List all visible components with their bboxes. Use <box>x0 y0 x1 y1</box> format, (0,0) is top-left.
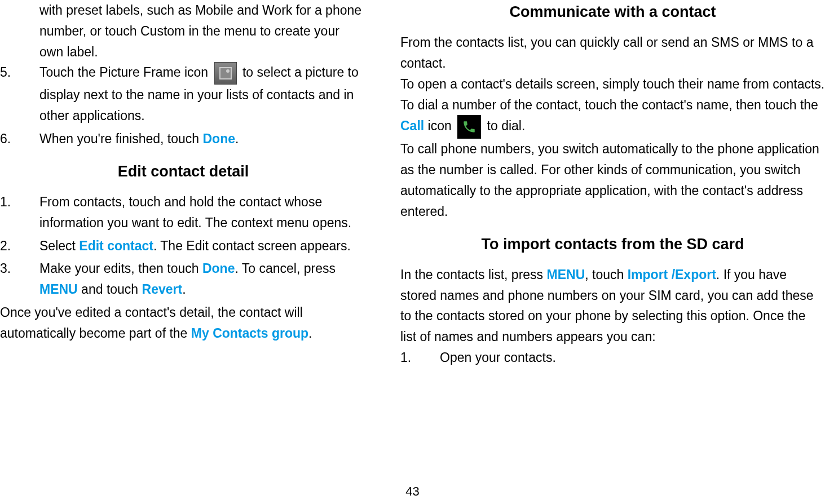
body-text: . <box>235 131 239 146</box>
body-text: and touch <box>78 282 142 297</box>
list-item-continuation: with preset labels, such as Mobile and W… <box>39 0 367 62</box>
list-item-6: 6. When you're finished, touch Done. <box>0 129 367 149</box>
paragraph: To dial a number of the contact, touch t… <box>400 95 825 139</box>
body-text: , touch <box>585 267 627 282</box>
highlight-done: Done <box>203 131 236 146</box>
list-number: 3. <box>0 258 39 300</box>
document-page: with preset labels, such as Mobile and W… <box>0 0 825 370</box>
highlight-edit-contact: Edit contact <box>79 238 153 253</box>
body-text: When you're finished, touch <box>39 131 203 146</box>
list-content: When you're finished, touch Done. <box>39 129 367 149</box>
highlight-menu: MENU <box>547 267 585 282</box>
list-content: From contacts, touch and hold the contac… <box>39 192 367 233</box>
list-item-edit-2: 2. Select Edit contact. The Edit contact… <box>0 236 367 257</box>
body-text: Touch the Picture Frame icon <box>39 65 208 79</box>
paragraph: To call phone numbers, you switch automa… <box>400 139 825 222</box>
list-number: 5. <box>0 62 39 126</box>
right-column: Communicate with a contact From the cont… <box>395 0 825 370</box>
body-text: . The Edit contact screen appears. <box>153 238 351 253</box>
call-icon <box>457 115 481 139</box>
body-text: icon <box>424 118 455 133</box>
highlight-my-contacts: My Contacts group <box>191 326 308 341</box>
body-text: with preset labels, such as Mobile and W… <box>39 3 361 59</box>
body-text: . To cancel, press <box>235 261 336 276</box>
list-content: Open your contacts. <box>440 347 825 368</box>
body-text: To dial a number of the contact, touch t… <box>400 98 818 112</box>
list-item-edit-3: 3. Make your edits, then touch Done. To … <box>0 258 367 300</box>
highlight-import-export: Import /Export <box>628 267 716 282</box>
list-number: 2. <box>0 236 39 257</box>
picture-frame-icon <box>214 62 237 85</box>
page-number: 43 <box>405 481 419 501</box>
body-text: . <box>308 326 312 341</box>
list-item-import-1: 1. Open your contacts. <box>400 347 825 368</box>
highlight-done: Done <box>202 261 235 276</box>
highlight-revert: Revert <box>142 282 183 297</box>
body-text: . <box>182 282 186 297</box>
footer-paragraph: Once you've edited a contact's detail, t… <box>0 302 367 344</box>
heading-edit-contact: Edit contact detail <box>0 160 367 184</box>
list-number: 6. <box>0 129 39 149</box>
list-content: Select Edit contact. The Edit contact sc… <box>39 236 367 257</box>
left-column: with preset labels, such as Mobile and W… <box>0 0 372 370</box>
highlight-menu: MENU <box>39 282 78 297</box>
list-content: Make your edits, then touch Done. To can… <box>39 258 367 300</box>
heading-import: To import contacts from the SD card <box>400 232 825 257</box>
list-number: 1. <box>400 347 440 368</box>
body-text: to dial. <box>487 118 526 133</box>
paragraph: To open a contact's details screen, simp… <box>400 74 825 95</box>
list-content: Touch the Picture Frame icon to select a… <box>39 62 367 126</box>
body-text: Select <box>39 238 79 253</box>
highlight-call: Call <box>400 118 424 133</box>
list-number: 1. <box>0 192 39 233</box>
paragraph: In the contacts list, press MENU, touch … <box>400 264 825 347</box>
list-item-edit-1: 1. From contacts, touch and hold the con… <box>0 192 367 233</box>
body-text: In the contacts list, press <box>400 267 547 282</box>
body-text: Make your edits, then touch <box>39 261 202 276</box>
list-item-5: 5. Touch the Picture Frame icon to selec… <box>0 62 367 126</box>
heading-communicate: Communicate with a contact <box>400 0 825 24</box>
paragraph: From the contacts list, you can quickly … <box>400 32 825 74</box>
